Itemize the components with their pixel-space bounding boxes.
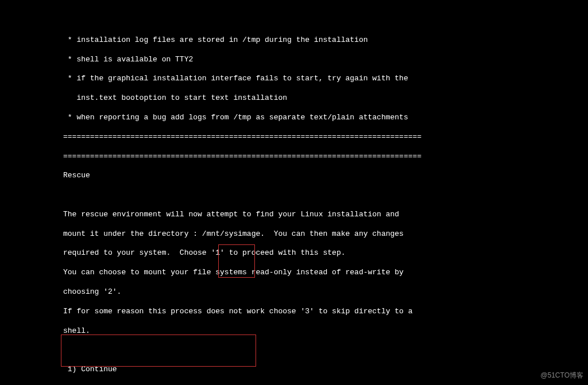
intro-line: inst.text bootoption to start text insta… — [63, 94, 546, 103]
rescue-text: choosing '2'. — [63, 287, 546, 297]
separator: ========================================… — [63, 152, 546, 162]
rescue-text: The rescue environment will now attempt … — [63, 210, 546, 220]
intro-line: * shell is available on TTY2 — [63, 55, 546, 65]
blank-line — [63, 345, 546, 355]
intro-line: * when reporting a bug add logs from /tm… — [63, 113, 546, 123]
intro-line: * if the graphical installation interfac… — [63, 74, 546, 84]
rescue-title: Rescue — [63, 171, 546, 181]
terminal-output: * installation log files are stored in /… — [63, 26, 546, 385]
separator: ========================================… — [63, 133, 546, 142]
watermark: @51CTO博客 — [540, 371, 583, 380]
rescue-text: You can choose to mount your file system… — [63, 268, 546, 278]
intro-line: * installation log files are stored in /… — [63, 36, 546, 45]
rescue-text: shell. — [63, 326, 546, 336]
option-continue[interactable]: 1) Continue — [63, 365, 546, 375]
blank-line — [63, 190, 546, 200]
rescue-text: If for some reason this process does not… — [63, 307, 546, 317]
rescue-text: mount it under the directory : /mnt/sysi… — [63, 230, 546, 239]
rescue-text: required to your system. Choose '1' to p… — [63, 248, 546, 258]
